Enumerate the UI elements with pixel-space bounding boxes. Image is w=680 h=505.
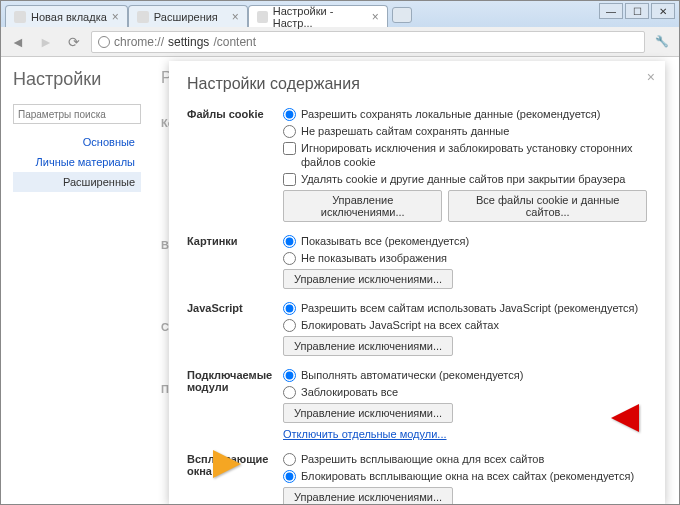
address-bar[interactable]: chrome://settings/content xyxy=(91,31,645,53)
option-label: Показывать все (рекомендуется) xyxy=(301,234,469,248)
page-title: Настройки xyxy=(13,69,141,90)
new-tab-button[interactable] xyxy=(392,7,412,23)
cookies-ignore-checkbox[interactable] xyxy=(283,142,296,155)
sidebar-item-basic[interactable]: Основные xyxy=(13,132,141,152)
section-label: Подключаемые модули xyxy=(187,368,283,440)
url-main: settings xyxy=(168,35,209,49)
favicon-icon xyxy=(14,11,26,23)
disable-plugins-link[interactable]: Отключить отдельные модули... xyxy=(283,428,447,440)
back-button[interactable]: ◄ xyxy=(7,31,29,53)
favicon-icon xyxy=(257,11,268,23)
sidebar: Настройки Основные Личные материалы Расш… xyxy=(1,57,149,504)
window-controls: — ☐ ✕ xyxy=(599,3,675,19)
section-javascript: JavaScript Разрешить всем сайтам использ… xyxy=(187,301,647,356)
cookies-block-radio[interactable] xyxy=(283,125,296,138)
reload-button[interactable]: ⟳ xyxy=(63,31,85,53)
content-area: Настройки Основные Личные материалы Расш… xyxy=(1,57,679,504)
option-label: Блокировать всплывающие окна на всех сай… xyxy=(301,469,634,483)
sidebar-item-advanced[interactable]: Расширенные xyxy=(13,172,141,192)
option-label: Не показывать изображения xyxy=(301,251,447,265)
close-window-button[interactable]: ✕ xyxy=(651,3,675,19)
option-label: Разрешить сохранять локальные данные (ре… xyxy=(301,107,600,121)
section-popups: Всплывающие окна Разрешить всплывающие о… xyxy=(187,452,647,504)
globe-icon xyxy=(98,36,110,48)
popups-block-radio[interactable] xyxy=(283,470,296,483)
js-exceptions-button[interactable]: Управление исключениями... xyxy=(283,336,453,356)
tab-label: Настройки - Настр... xyxy=(273,5,367,29)
cookies-exceptions-button[interactable]: Управление исключениями... xyxy=(283,190,442,222)
js-allow-radio[interactable] xyxy=(283,302,296,315)
tab-new[interactable]: Новая вкладка × xyxy=(5,5,128,27)
sidebar-nav: Основные Личные материалы Расширенные xyxy=(13,132,141,192)
wrench-icon[interactable]: 🔧 xyxy=(651,31,673,53)
section-plugins: Подключаемые модули Выполнять автоматиче… xyxy=(187,368,647,440)
section-images: Картинки Показывать все (рекомендуется) … xyxy=(187,234,647,289)
option-label: Разрешить всем сайтам использовать JavaS… xyxy=(301,301,638,315)
sidebar-item-personal[interactable]: Личные материалы xyxy=(13,152,141,172)
tab-label: Новая вкладка xyxy=(31,11,107,23)
option-label: Удалять cookie и другие данные сайтов пр… xyxy=(301,172,625,186)
plugins-auto-radio[interactable] xyxy=(283,369,296,382)
search-input[interactable] xyxy=(13,104,141,124)
cookies-allow-radio[interactable] xyxy=(283,108,296,121)
cookies-clear-checkbox[interactable] xyxy=(283,173,296,186)
tab-strip: Новая вкладка × Расширения × Настройки -… xyxy=(1,1,679,27)
section-cookies: Файлы cookie Разрешить сохранять локальн… xyxy=(187,107,647,222)
toolbar: ◄ ► ⟳ chrome://settings/content 🔧 xyxy=(1,27,679,57)
option-label: Блокировать JavaScript на всех сайтах xyxy=(301,318,499,332)
minimize-button[interactable]: — xyxy=(599,3,623,19)
url-prefix: chrome:// xyxy=(114,35,164,49)
option-label: Заблокировать все xyxy=(301,385,398,399)
forward-button[interactable]: ► xyxy=(35,31,57,53)
favicon-icon xyxy=(137,11,149,23)
close-icon[interactable]: × xyxy=(232,11,239,23)
red-arrow-icon xyxy=(611,404,639,432)
close-icon[interactable]: × xyxy=(372,11,379,23)
plugins-exceptions-button[interactable]: Управление исключениями... xyxy=(283,403,453,423)
section-label: Файлы cookie xyxy=(187,107,283,222)
option-label: Выполнять автоматически (рекомендуется) xyxy=(301,368,523,382)
option-label: Игнорировать исключения и заблокировать … xyxy=(301,141,647,169)
maximize-button[interactable]: ☐ xyxy=(625,3,649,19)
plugins-block-radio[interactable] xyxy=(283,386,296,399)
orange-arrow-icon xyxy=(213,450,241,478)
images-show-radio[interactable] xyxy=(283,235,296,248)
cookies-data-button[interactable]: Все файлы cookie и данные сайтов... xyxy=(448,190,647,222)
images-hide-radio[interactable] xyxy=(283,252,296,265)
tab-label: Расширения xyxy=(154,11,218,23)
option-label: Разрешить всплывающие окна для всех сайт… xyxy=(301,452,544,466)
content-settings-dialog: × Настройки содержания Файлы cookie Разр… xyxy=(169,61,665,504)
tab-extensions[interactable]: Расширения × xyxy=(128,5,248,27)
section-label: JavaScript xyxy=(187,301,283,356)
images-exceptions-button[interactable]: Управление исключениями... xyxy=(283,269,453,289)
option-label: Не разрешать сайтам сохранять данные xyxy=(301,124,509,138)
popups-exceptions-button[interactable]: Управление исключениями... xyxy=(283,487,453,504)
url-suffix: /content xyxy=(213,35,256,49)
close-icon[interactable]: × xyxy=(112,11,119,23)
dialog-title: Настройки содержания xyxy=(187,75,647,93)
tab-settings[interactable]: Настройки - Настр... × xyxy=(248,5,388,27)
popups-allow-radio[interactable] xyxy=(283,453,296,466)
js-block-radio[interactable] xyxy=(283,319,296,332)
section-label: Картинки xyxy=(187,234,283,289)
dialog-close-icon[interactable]: × xyxy=(647,69,655,85)
